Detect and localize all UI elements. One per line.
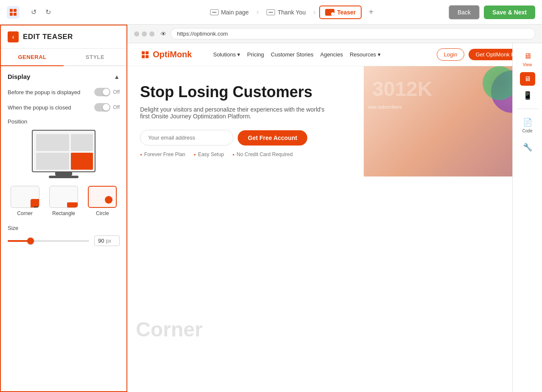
om-hero-section: Stop Losing Customers Delight your visit… — [127, 66, 542, 176]
preview-content: OptiMonk Solutions ▾ Pricing Customer St… — [127, 43, 542, 392]
panel-content: Display ▲ Before the popup is displayed … — [1, 66, 126, 391]
nav-agencies[interactable]: Agencies — [320, 51, 343, 58]
view-icon: 🖥 — [524, 52, 531, 61]
position-monitor — [8, 130, 120, 178]
add-page-button[interactable]: + — [365, 6, 377, 18]
tool-code-alt[interactable]: 🔧 — [515, 138, 540, 156]
nav-resources[interactable]: Resources ▾ — [350, 51, 381, 58]
panel-tabs: GENERAL STYLE — [1, 49, 126, 66]
shape-circle-option[interactable]: Circle — [85, 186, 120, 216]
view-label: View — [523, 62, 532, 67]
browser-dot-2 — [142, 31, 147, 36]
om-logo-text: OptiMonk — [153, 50, 192, 59]
display-collapse-button[interactable]: ▲ — [114, 73, 120, 80]
when-closed-track[interactable] — [94, 103, 110, 112]
shape-circle-label: Circle — [96, 210, 109, 216]
code-alt-icon: 🔧 — [523, 143, 532, 152]
tool-view[interactable]: 🖥 View — [515, 48, 540, 71]
feature-2-dot: ● — [194, 153, 196, 157]
when-closed-value: Off — [113, 104, 120, 110]
when-closed-toggle[interactable]: Off — [94, 103, 120, 112]
size-section: Size 90 px — [8, 225, 120, 246]
preview-area: OptiMonk Solutions ▾ Pricing Customer St… — [127, 43, 542, 392]
teaser-label: Teaser — [337, 9, 356, 16]
om-feature-1: ● Forever Free Plan — [140, 151, 185, 157]
before-popup-track[interactable] — [94, 88, 110, 96]
tool-code[interactable]: 📄 Code — [515, 113, 540, 137]
size-slider-container — [8, 240, 89, 242]
tab-general[interactable]: GENERAL — [1, 49, 64, 66]
top-bar: ↺ ↻ Main page › Thank You › Teaser + Bac… — [0, 0, 542, 25]
app-logo — [7, 6, 20, 19]
tools-divider — [517, 109, 538, 109]
display-section-header: Display ▲ — [8, 73, 120, 80]
code-icon: 📄 — [523, 118, 532, 127]
om-get-account-button[interactable]: Get Free Account — [238, 130, 307, 146]
teaser-icon — [325, 9, 334, 16]
om-nav-links: Solutions ▾ Pricing Customer Stories Age… — [213, 51, 381, 58]
tab-style[interactable]: STYLE — [64, 49, 126, 65]
nav-customer-stories[interactable]: Customer Stories — [271, 51, 313, 58]
panel-back-button[interactable]: ‹ — [8, 31, 19, 42]
size-label: Size — [8, 225, 120, 231]
om-logo-dot-1 — [142, 51, 145, 54]
nav-pricing[interactable]: Pricing — [247, 51, 264, 58]
nav-solutions[interactable]: Solutions ▾ — [213, 51, 240, 58]
om-cta-row: Get Free Account — [140, 130, 351, 146]
top-bar-left: ↺ ↻ — [7, 6, 134, 19]
shape-rectangle-option[interactable]: Rectangle — [46, 186, 81, 216]
position-label: Position — [8, 118, 120, 125]
om-login-button[interactable]: Login — [437, 48, 465, 61]
thank-you-label: Thank You — [278, 9, 306, 16]
nav-teaser[interactable]: Teaser — [319, 6, 362, 19]
when-closed-toggle-row: When the popup is closed Off — [8, 103, 120, 112]
monitor-grid — [33, 131, 95, 171]
left-panel-header: ‹ EDIT TEASER — [1, 25, 126, 49]
monitor-cell-tr — [71, 134, 93, 151]
om-feature-3: ● No Credit Card Required — [233, 151, 293, 157]
save-next-button[interactable]: Save & Next — [484, 6, 535, 19]
shape-corner-preview — [11, 186, 39, 208]
nav-thank-you[interactable]: Thank You — [262, 6, 310, 18]
browser-dot-1 — [134, 31, 139, 36]
om-email-input[interactable] — [140, 130, 233, 146]
hero-subscribers-label: new subscribers — [368, 104, 402, 109]
back-button[interactable]: Back — [449, 5, 480, 20]
top-bar-right: Back Save & Next — [449, 5, 535, 20]
nav-main-page[interactable]: Main page — [206, 6, 253, 18]
thank-you-icon — [267, 9, 275, 15]
before-popup-value: Off — [113, 89, 120, 95]
hero-number-decoration: 3012K — [372, 79, 432, 99]
shape-rectangle-preview — [49, 186, 78, 208]
right-tools-panel: 🖥 View 🖥 📱 📄 Code 🔧 — [512, 43, 542, 392]
size-value: 90 — [98, 238, 104, 244]
om-logo-dot-2 — [146, 51, 149, 54]
undo-button[interactable]: ↺ — [27, 6, 40, 19]
before-popup-toggle[interactable]: Off — [94, 88, 120, 96]
redo-button[interactable]: ↻ — [42, 6, 54, 19]
om-navigation: OptiMonk Solutions ▾ Pricing Customer St… — [127, 43, 542, 66]
browser-eye-icon: 👁 — [160, 31, 166, 37]
monitor-display — [32, 130, 95, 172]
feature-1-label: Forever Free Plan — [144, 151, 185, 157]
corner-label: Corner — [136, 318, 202, 341]
tool-desktop-active[interactable]: 🖥 — [520, 72, 535, 86]
before-popup-toggle-row: Before the popup is displayed Off — [8, 88, 120, 96]
main-content: ‹ EDIT TEASER GENERAL STYLE Display ▲ Be… — [0, 25, 542, 392]
when-closed-thumb — [103, 104, 110, 111]
browser-url-bar[interactable]: https://optimonk.com — [171, 28, 535, 39]
monitor-cell-tl — [36, 134, 69, 151]
size-row: 90 px — [8, 235, 120, 246]
desktop-active-icon: 🖥 — [524, 75, 531, 83]
om-features: ● Forever Free Plan ● Easy Setup ● No Cr… — [140, 151, 351, 157]
size-unit: px — [106, 238, 111, 244]
tool-mobile[interactable]: 📱 — [515, 87, 540, 104]
monitor-cell-bl — [36, 153, 69, 170]
nav-separator-2: › — [313, 8, 316, 17]
size-input-box: 90 px — [94, 235, 120, 246]
monitor-stand-base — [49, 176, 79, 178]
monitor-wrapper — [32, 130, 95, 178]
shape-corner-option[interactable]: Corner — [8, 186, 42, 216]
om-hero-content: Stop Losing Customers Delight your visit… — [127, 66, 364, 176]
feature-3-dot: ● — [233, 153, 235, 157]
